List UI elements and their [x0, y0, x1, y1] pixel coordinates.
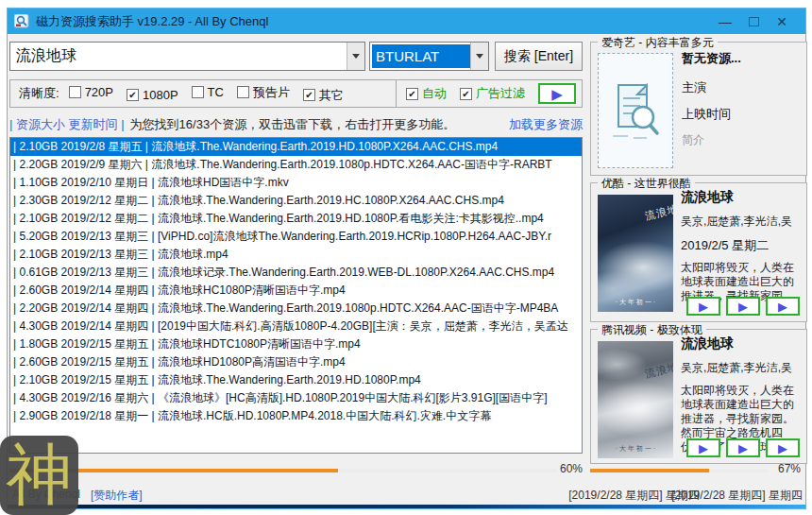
engine-combo[interactable]: BTURLAT [369, 42, 489, 71]
movie-actors: 吴京,屈楚萧,李光洁,吴 [681, 360, 802, 376]
panel-tencent: 腾讯视频 - 极致体现 流浪地球 · 大 年 初 一 · 流浪地球 吴京,屈楚萧… [590, 329, 807, 464]
checkbox-auto[interactable]: ✔ 自动 [406, 85, 447, 102]
search-keyword-value[interactable]: 流浪地球 [10, 43, 347, 70]
play-button[interactable]: ▶ [686, 438, 720, 457]
app-icon [14, 14, 30, 29]
engine-dropdown-arrow[interactable] [470, 43, 488, 70]
result-row[interactable]: | 2.10GB 2019/2/8 星期五 | 流浪地球.The.Wanderi… [10, 138, 582, 156]
empty-poster-placeholder [598, 53, 673, 168]
checkbox-label: 1080P [143, 88, 178, 102]
search-keyword-combo[interactable]: 流浪地球 [9, 42, 365, 71]
checkbox-box[interactable]: ✔ [127, 89, 139, 101]
search-button[interactable]: 搜索 [Enter] [495, 42, 583, 71]
filter-panel: 清晰度: 720P✔1080PTC预告片✔其它 ✔ 自动 ✔ 广告过滤 ▶ [9, 79, 583, 108]
poster-title: 流浪地球 [644, 205, 668, 221]
play-icon: ▶ [699, 300, 708, 313]
intro-label: 简介 [682, 132, 803, 148]
result-row[interactable]: | 1.80GB 2019/2/15 星期五 | 流浪地球HDTC1080P清晰… [10, 335, 582, 353]
poster-caption: · 大 年 初 一 · [598, 298, 673, 307]
result-row[interactable]: | 2.10GB 2019/2/13 星期三 | 流浪地球.mp4 [10, 246, 582, 264]
checkbox-label: 广告过滤 [476, 85, 525, 102]
checkbox-box[interactable]: ✔ [303, 89, 315, 101]
release-date: 2019/2/5 星期二 [681, 237, 802, 254]
document-search-icon [609, 79, 662, 142]
maximize-button[interactable] [739, 11, 768, 32]
result-row[interactable]: | 2.60GB 2019/2/15 星期五 | 流浪地球HD1080P高清国语… [10, 353, 582, 371]
checkbox-label: 预告片 [253, 84, 290, 101]
checkbox-box[interactable] [237, 86, 249, 98]
progress-fill [590, 469, 709, 472]
divider [396, 80, 397, 107]
result-row[interactable]: | 2.60GB 2019/2/14 星期四 | 流浪地球HC1080P清晰国语… [10, 282, 582, 300]
progress-bar-right [590, 469, 768, 472]
checkbox-1080p[interactable]: ✔1080P [127, 88, 178, 102]
play-icon: ▶ [738, 300, 748, 313]
cast-label: 主演 [682, 79, 803, 96]
engine-selected-value[interactable]: BTURLAT [372, 44, 470, 68]
checkbox-label: 自动 [422, 85, 447, 102]
progress-bar-left [9, 469, 557, 472]
status-bar: All By Chenql [赞助作者] [2019/2/28 星期四] 星期四… [8, 486, 805, 503]
result-row[interactable]: | 2.30GB 2019/2/12 星期二 | 流浪地球.The.Wander… [10, 192, 582, 210]
result-row[interactable]: | 4.30GB 2019/2/14 星期四 | [2019中国大陆.科幻.高清… [10, 318, 582, 335]
checkbox-box[interactable] [192, 86, 204, 98]
result-row[interactable]: | 2.20GB 2019/2/14 星期四 | 流浪地球.The.Wander… [10, 300, 582, 318]
minimize-button[interactable]: — [711, 11, 739, 32]
load-more-link[interactable]: 加载更多资源 [509, 116, 583, 133]
checkbox-预告片[interactable]: 预告片 [237, 84, 290, 101]
play-button[interactable]: ▶ [538, 83, 576, 104]
play-button[interactable]: ▶ [766, 438, 800, 457]
checkbox-box[interactable] [69, 86, 81, 98]
play-icon: ▶ [778, 442, 787, 455]
checkbox-ad-filter[interactable]: ✔ 广告过滤 [460, 85, 525, 102]
bottom-accent-bar [8, 505, 805, 508]
title-bar[interactable]: 磁力资源搜索助手 v19.2.29 - All By Chenql — ✕ [8, 9, 805, 34]
result-row[interactable]: | 2.10GB 2019/2/15 星期五 | 流浪地球.The.Wander… [10, 371, 582, 389]
play-icon: ▶ [551, 87, 563, 101]
poster-title: 流浪地球 [644, 363, 668, 379]
maximize-icon [749, 17, 759, 26]
checkbox-box[interactable]: ✔ [406, 88, 418, 100]
play-icon: ▶ [738, 442, 748, 455]
panel-iqiyi: 爱奇艺 - 内容丰富多元 暂无资源... 主演 上映时间 简介 [590, 42, 807, 176]
checkbox-label: TC [208, 85, 224, 99]
columns-header[interactable]: | 资源大小 更新时间 | [9, 116, 125, 133]
result-row[interactable]: | 2.90GB 2019/2/18 星期一 | 流浪地球.HC版.HD.108… [10, 407, 582, 425]
play-button[interactable]: ▶ [686, 297, 720, 316]
poster-caption: · 大 年 初 一 · [598, 444, 673, 454]
result-row[interactable]: | 2.10GB 2019/2/12 星期二 | 流浪地球.The.Wander… [10, 210, 582, 228]
play-icon: ▶ [699, 442, 708, 455]
movie-title: 流浪地球 [681, 189, 802, 206]
keyword-dropdown-arrow[interactable] [347, 43, 364, 70]
result-row[interactable]: | 2.20GB 2019/2/9 星期六 | 流浪地球.The.Wanderi… [10, 156, 582, 174]
play-icon: ▶ [778, 300, 787, 313]
movie-poster[interactable]: 流浪地球 · 大 年 初 一 · [598, 341, 673, 458]
panel-title: 爱奇艺 - 内容丰富多元 [598, 35, 718, 51]
results-list[interactable]: | 2.10GB 2019/2/8 星期五 | 流浪地球.The.Wanderi… [9, 137, 583, 454]
checkbox-其它[interactable]: ✔其它 [303, 87, 344, 104]
result-row[interactable]: | 4.30GB 2019/2/16 星期六 | 《流浪地球》[HC高清版].H… [10, 389, 582, 407]
result-row[interactable]: | 1.10GB 2019/2/10 星期日 | 流浪地球HD国语中字.mkv [10, 174, 582, 192]
sponsor-link[interactable]: [赞助作者] [91, 488, 143, 504]
movie-poster[interactable]: 流浪地球 · 大 年 初 一 · [598, 195, 673, 312]
status-row: | 资源大小 更新时间 | 为您找到16/33个资源，双击迅雷下载，右击打开更多… [9, 115, 583, 134]
app-window: 磁力资源搜索助手 v19.2.29 - All By Chenql — ✕ 流浪… [7, 8, 806, 509]
chevron-down-icon [352, 54, 360, 59]
release-label: 上映时间 [682, 106, 803, 123]
status-message: 为您找到16/33个资源，双击迅雷下载，右击打开更多功能。 [130, 116, 456, 133]
play-button[interactable]: ▶ [726, 438, 760, 457]
movie-actors: 吴京,屈楚萧,李光洁,吴 [681, 214, 802, 230]
chevron-down-icon [476, 54, 483, 59]
checkbox-720p[interactable]: 720P [69, 85, 113, 99]
checkbox-label: 720P [85, 85, 113, 99]
result-row[interactable]: | 5.20GB 2019/2/13 星期三 | [ViPHD.co]流浪地球T… [10, 228, 582, 246]
result-row[interactable]: | 0.61GB 2019/2/13 星期三 | 流浪地球记录.The.Wand… [10, 264, 582, 282]
close-button[interactable]: ✕ [768, 11, 796, 32]
progress-label-left: 60% [559, 462, 583, 475]
watermark-logo: 神 [0, 436, 78, 515]
play-button[interactable]: ▶ [726, 297, 760, 316]
play-button[interactable]: ▶ [766, 297, 800, 316]
checkbox-tc[interactable]: TC [192, 85, 224, 99]
progress-label-right: 67% [778, 462, 801, 475]
checkbox-box[interactable]: ✔ [460, 88, 472, 100]
